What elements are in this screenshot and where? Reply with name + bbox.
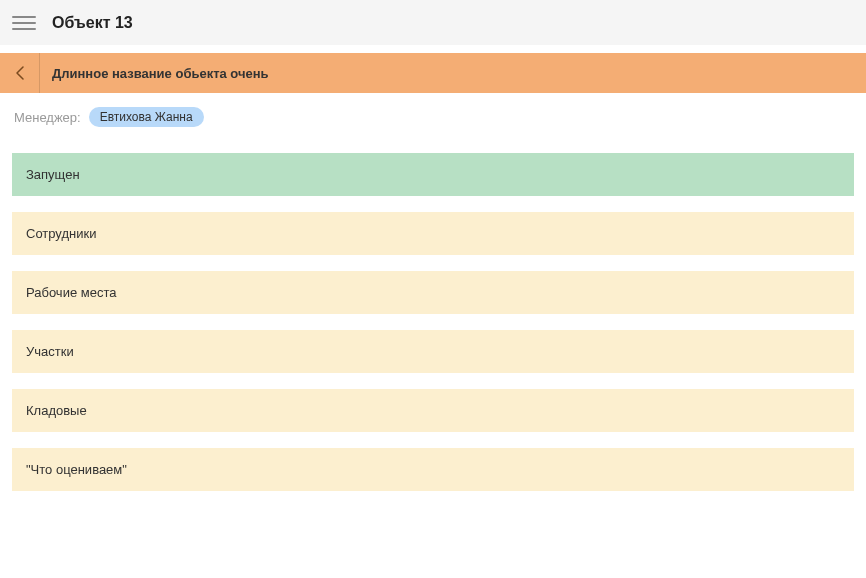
manager-label: Менеджер: xyxy=(14,110,81,125)
section-item[interactable]: Рабочие места xyxy=(12,271,854,314)
section-item[interactable]: "Что оцениваем" xyxy=(12,448,854,491)
topbar: Объект 13 xyxy=(0,0,866,45)
subheader-title: Длинное название обьекта очень xyxy=(40,66,269,81)
section-item[interactable]: Запущен xyxy=(12,153,854,196)
section-item[interactable]: Сотрудники xyxy=(12,212,854,255)
menu-icon[interactable] xyxy=(12,11,36,35)
section-label: Кладовые xyxy=(26,403,87,418)
section-label: Сотрудники xyxy=(26,226,96,241)
section-label: Участки xyxy=(26,344,74,359)
manager-row: Менеджер: Евтихова Жанна xyxy=(0,93,866,137)
section-label: Запущен xyxy=(26,167,80,182)
section-item[interactable]: Участки xyxy=(12,330,854,373)
page-title: Объект 13 xyxy=(52,14,133,32)
chevron-left-icon xyxy=(16,66,24,80)
sections-list: ЗапущенСотрудникиРабочие местаУчасткиКла… xyxy=(0,153,866,503)
section-item[interactable]: Кладовые xyxy=(12,389,854,432)
section-label: Рабочие места xyxy=(26,285,116,300)
back-button[interactable] xyxy=(0,53,40,93)
manager-badge[interactable]: Евтихова Жанна xyxy=(89,107,204,127)
section-label: "Что оцениваем" xyxy=(26,462,127,477)
subheader: Длинное название обьекта очень xyxy=(0,53,866,93)
